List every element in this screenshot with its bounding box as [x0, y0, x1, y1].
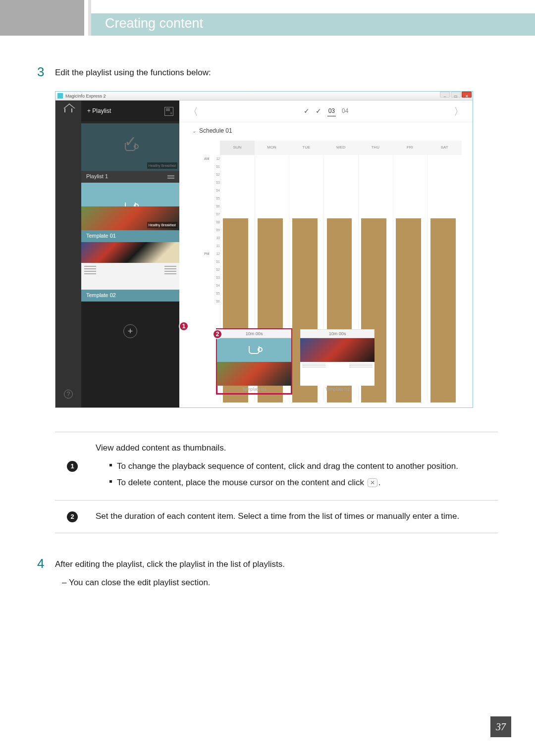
maximize-button[interactable]: ▭: [451, 92, 461, 98]
window-controls: – ▭ ✕: [439, 92, 472, 98]
callout-2-text: Set the duration of each content item. S…: [90, 500, 498, 533]
playlist-editor-strip: 2 10m 00s Template 01 10m 00s: [179, 325, 473, 394]
help-icon[interactable]: ?: [64, 390, 73, 399]
playlist-panel: + Playlist ✓ Healthy Breakfast: [81, 101, 179, 407]
next-arrow-icon[interactable]: 〉: [454, 103, 464, 119]
tile-label: Playlist 1: [86, 172, 108, 181]
step-text: Edit the playlist using the functions be…: [55, 66, 498, 79]
card-caption: Template 02: [300, 386, 374, 394]
tile-label: Template 01: [86, 232, 116, 241]
sidebar: ? + Playlist ✓: [55, 101, 179, 407]
callout-num-1: 1: [67, 461, 78, 472]
chevron-down-icon: ⌄: [192, 127, 196, 135]
callout-num-2: 2: [67, 511, 78, 522]
schedule-name: Schedule 01: [199, 126, 232, 136]
bullet-icon: [109, 464, 112, 466]
day-header: THU: [358, 141, 393, 155]
template-tile[interactable]: Template 02: [81, 242, 179, 302]
home-icon[interactable]: [64, 107, 72, 112]
template-tile[interactable]: Healthy Breakfast Template 01: [81, 183, 179, 242]
day-header: TUE: [289, 141, 323, 155]
content-card[interactable]: 10m 00s Template 02: [300, 329, 374, 394]
callout-2: 2: [213, 329, 222, 339]
callout-1-bullet: To change the playback sequence of conte…: [117, 459, 458, 474]
callout-1-bullet: To delete content, place the mouse curso…: [117, 476, 380, 490]
add-tile[interactable]: +: [81, 302, 179, 361]
day-header: SUN: [220, 141, 255, 155]
tile-menu-icon[interactable]: [167, 175, 174, 179]
content-type-icon: [249, 346, 260, 354]
close-button[interactable]: ✕: [462, 92, 472, 98]
thumb-badge: Healthy Breakfast: [147, 162, 177, 169]
minimize-button[interactable]: –: [440, 92, 450, 98]
step-number: 4: [37, 556, 47, 571]
callout-table: 1 View added content as thumbnails. To c…: [55, 432, 498, 533]
nav-rail: ?: [55, 101, 81, 407]
app-screenshot: MagicInfo Express 2 – ▭ ✕ ?: [55, 91, 473, 408]
page-number: 37: [490, 716, 511, 737]
card-caption: Template 01: [217, 386, 291, 394]
date-range[interactable]: ✓ ✓ 03 04: [304, 105, 349, 116]
step-number: 3: [37, 64, 47, 80]
day-header: MON: [255, 141, 289, 155]
callout-1-head: View added content as thumbnails.: [96, 441, 492, 455]
day-header: WED: [323, 141, 358, 155]
prev-arrow-icon[interactable]: 〈: [188, 103, 198, 119]
thumb-badge: Healthy Breakfast: [147, 222, 177, 228]
date-inactive: 04: [342, 106, 348, 116]
left-margin-band: [0, 0, 84, 36]
step-3: 3 Edit the playlist using the functions …: [37, 64, 498, 533]
new-playlist-icon[interactable]: [164, 107, 173, 116]
selected-check-icon: ✓: [124, 130, 137, 153]
app-titlebar: MagicInfo Express 2 – ▭ ✕: [55, 92, 473, 101]
app-icon: [57, 93, 63, 99]
duration-field[interactable]: 10m 00s: [300, 329, 374, 338]
step-sub: You can close the edit playlist section.: [55, 576, 498, 589]
content-type-icon: [125, 143, 136, 151]
schedule-name-row[interactable]: ⌄ Schedule 01: [179, 122, 473, 141]
day-header: FRI: [393, 141, 428, 155]
thumb-image: [81, 242, 179, 263]
panel-title: + Playlist: [87, 106, 111, 116]
playlist-tile[interactable]: ✓ Healthy Breakfast Playlist 1: [81, 123, 179, 183]
step-text: After editing the playlist, click the pl…: [55, 557, 498, 571]
content-card[interactable]: 2 10m 00s Template 01: [217, 329, 291, 394]
bullet-icon: [109, 480, 112, 483]
check-icon: ✓: [316, 105, 321, 116]
tile-label: Template 02: [86, 291, 116, 300]
day-header: SAT: [427, 141, 462, 155]
duration-field[interactable]: 2 10m 00s: [217, 329, 291, 338]
date-active: 03: [327, 106, 336, 116]
step-4: 4 After editing the playlist, click the …: [37, 556, 498, 589]
plus-icon: +: [123, 324, 137, 338]
delete-x-icon: ✕: [368, 478, 377, 487]
calendar-header: SUN MON TUE WED THU FRI SAT: [199, 141, 462, 155]
chapter-header: Creating content: [91, 13, 535, 36]
app-title: MagicInfo Express 2: [65, 94, 106, 99]
check-icon: ✓: [304, 105, 310, 116]
